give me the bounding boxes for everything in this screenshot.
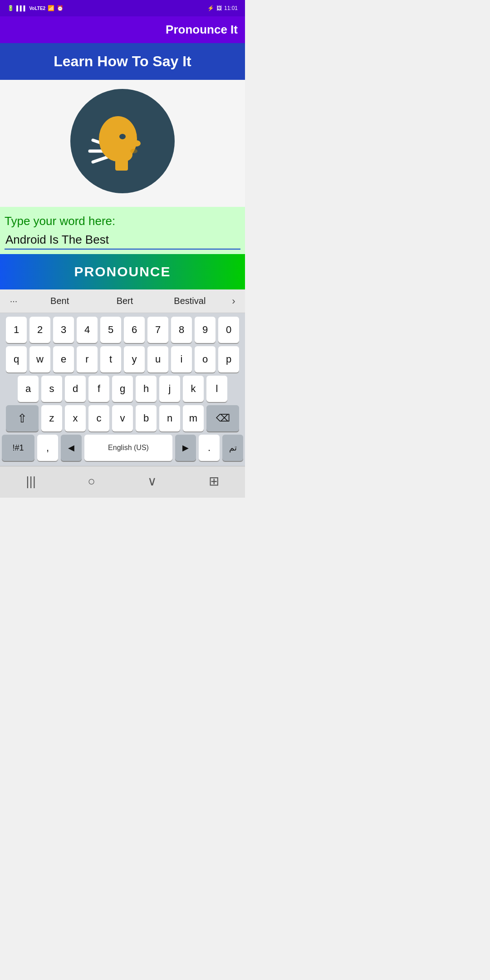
battery-icon: 🔋 xyxy=(7,5,14,11)
key-a[interactable]: a xyxy=(18,376,39,402)
key-u[interactable]: u xyxy=(147,346,168,372)
key-n[interactable]: n xyxy=(159,405,180,431)
comma-key[interactable]: , xyxy=(37,435,58,461)
lang-left-arrow[interactable]: ◀ xyxy=(61,435,82,461)
key-2[interactable]: 2 xyxy=(29,317,50,343)
word-input[interactable] xyxy=(5,231,240,250)
input-section: Type your word here: xyxy=(0,207,245,254)
key-l[interactable]: l xyxy=(206,376,227,402)
period-key[interactable]: . xyxy=(199,435,220,461)
lte-icon: VoLTE2 xyxy=(29,6,45,11)
arabic-key[interactable]: تم xyxy=(222,435,243,461)
key-7[interactable]: 7 xyxy=(147,317,168,343)
pronounce-button[interactable]: PRONOUNCE xyxy=(0,254,245,289)
status-bar: 🔋 ▌▌▌ VoLTE2 📶 ⏰ ⚡ 🖼 11:01 xyxy=(0,0,245,16)
key-z[interactable]: z xyxy=(41,405,62,431)
pronounce-button-label: PRONOUNCE xyxy=(74,264,171,279)
bottom-row: !#1 , ◀ English (US) ▶ . تم xyxy=(2,435,243,461)
time-display: 11:01 xyxy=(224,5,238,11)
signal-icon: ▌▌▌ xyxy=(16,5,27,11)
content-area xyxy=(0,80,245,207)
key-v[interactable]: v xyxy=(112,405,133,431)
status-right: ⚡ 🖼 11:01 xyxy=(207,5,238,11)
qwerty-row: q w e r t y u i o p xyxy=(2,346,243,372)
key-x[interactable]: x xyxy=(65,405,86,431)
key-6[interactable]: 6 xyxy=(124,317,145,343)
key-j[interactable]: j xyxy=(159,376,180,402)
lang-right-arrow[interactable]: ▶ xyxy=(175,435,196,461)
input-label: Type your word here: xyxy=(5,214,240,228)
nav-keyboard-icon[interactable]: ⊞ xyxy=(209,474,219,489)
key-p[interactable]: p xyxy=(218,346,239,372)
space-key[interactable]: English (US) xyxy=(84,435,172,461)
key-k[interactable]: k xyxy=(183,376,204,402)
key-e[interactable]: e xyxy=(53,346,74,372)
suggestion-1[interactable]: Bent xyxy=(27,294,92,308)
banner: Learn How To Say It xyxy=(0,43,245,80)
shift-key[interactable]: ⇧ xyxy=(6,405,39,431)
asdf-row: a s d f g h j k l xyxy=(2,376,243,402)
suggestion-arrow[interactable]: › xyxy=(222,295,245,307)
wifi-icon: 📶 xyxy=(48,5,54,11)
svg-point-8 xyxy=(119,134,126,139)
key-s[interactable]: s xyxy=(41,376,62,402)
key-r[interactable]: r xyxy=(77,346,98,372)
app-bar: Pronounce It xyxy=(0,16,245,43)
suggestion-more[interactable]: ··· xyxy=(0,296,27,306)
svg-point-6 xyxy=(132,140,141,147)
svg-point-7 xyxy=(130,149,137,153)
svg-line-2 xyxy=(93,157,109,162)
speaking-head-icon xyxy=(70,89,175,193)
key-w[interactable]: w xyxy=(29,346,50,372)
nav-home-icon[interactable]: ○ xyxy=(88,474,95,489)
alarm-icon: ⏰ xyxy=(57,5,64,11)
key-1[interactable]: 1 xyxy=(6,317,27,343)
key-5[interactable]: 5 xyxy=(100,317,121,343)
key-i[interactable]: i xyxy=(171,346,192,372)
gallery-icon: 🖼 xyxy=(216,5,222,11)
number-row: 1 2 3 4 5 6 7 8 9 0 xyxy=(2,317,243,343)
key-m[interactable]: m xyxy=(183,405,204,431)
banner-text: Learn How To Say It xyxy=(54,53,191,69)
key-h[interactable]: h xyxy=(136,376,157,402)
key-d[interactable]: d xyxy=(65,376,86,402)
key-4[interactable]: 4 xyxy=(77,317,98,343)
status-left: 🔋 ▌▌▌ VoLTE2 📶 ⏰ xyxy=(7,5,64,11)
key-3[interactable]: 3 xyxy=(53,317,74,343)
key-o[interactable]: o xyxy=(195,346,216,372)
key-c[interactable]: c xyxy=(88,405,109,431)
zxcv-row: ⇧ z x c v b n m ⌫ xyxy=(2,405,243,431)
nav-bar: ||| ○ ∨ ⊞ xyxy=(0,466,245,498)
backspace-key[interactable]: ⌫ xyxy=(206,405,239,431)
key-0[interactable]: 0 xyxy=(218,317,239,343)
key-9[interactable]: 9 xyxy=(195,317,216,343)
keyboard: 1 2 3 4 5 6 7 8 9 0 q w e r t y u i o p … xyxy=(0,313,245,466)
key-b[interactable]: b xyxy=(136,405,157,431)
head-svg xyxy=(82,100,163,182)
usb-icon: ⚡ xyxy=(207,5,214,11)
suggestion-2[interactable]: Bert xyxy=(92,294,157,308)
key-8[interactable]: 8 xyxy=(171,317,192,343)
key-q[interactable]: q xyxy=(6,346,27,372)
key-y[interactable]: y xyxy=(124,346,145,372)
key-t[interactable]: t xyxy=(100,346,121,372)
suggestions-bar[interactable]: ··· Bent Bert Bestival › xyxy=(0,289,245,313)
key-g[interactable]: g xyxy=(112,376,133,402)
symbols-key[interactable]: !#1 xyxy=(2,435,34,461)
app-title: Pronounce It xyxy=(166,23,238,36)
nav-menu-icon[interactable]: ||| xyxy=(26,474,36,489)
svg-point-5 xyxy=(113,147,132,162)
key-f[interactable]: f xyxy=(88,376,109,402)
suggestion-3[interactable]: Bestival xyxy=(157,294,222,308)
nav-back-icon[interactable]: ∨ xyxy=(147,474,157,489)
